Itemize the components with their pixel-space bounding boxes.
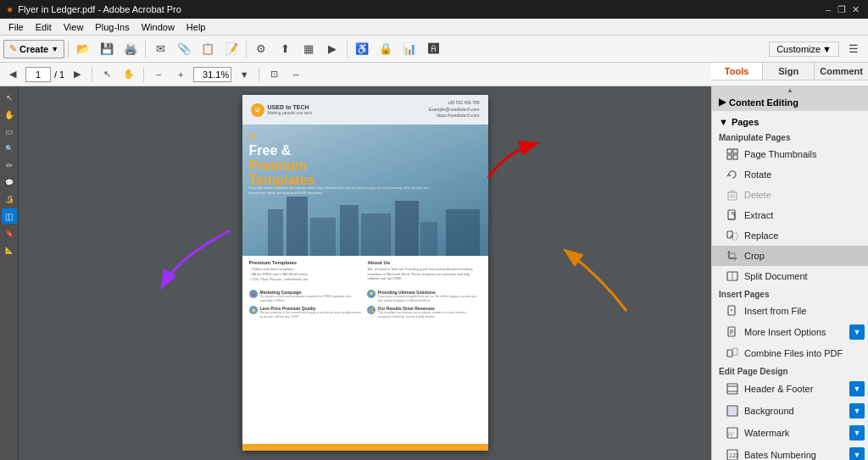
close-button[interactable]: ✕ <box>849 3 861 15</box>
left-icon-cursor[interactable]: ↖ <box>2 90 17 105</box>
zoom-in-btn[interactable]: + <box>171 65 190 84</box>
more-insert-expand-btn[interactable]: ▼ <box>849 324 865 340</box>
properties-button[interactable]: ☰ <box>843 38 865 60</box>
panel-item-watermark[interactable]: W Watermark ▼ <box>712 422 868 444</box>
customize-button[interactable]: Customize ▼ <box>769 42 839 57</box>
create-button[interactable]: ✎ Create ▼ <box>3 40 64 58</box>
export-button[interactable]: ⬆ <box>274 38 296 60</box>
menu-bar: File Edit View Plug-Ins Window Help <box>0 19 868 36</box>
email-button[interactable]: ✉ <box>149 38 171 60</box>
fit-page-btn[interactable]: ⊡ <box>264 65 283 84</box>
panel-item-split[interactable]: Split Document <box>712 266 868 286</box>
panel-item-extract[interactable]: Extract <box>712 205 868 225</box>
panel-item-header-footer[interactable]: Header & Footer ▼ <box>712 378 868 400</box>
redact-button[interactable]: ▦ <box>298 38 320 60</box>
menu-file[interactable]: File <box>3 20 29 34</box>
left-icon-hand[interactable]: ✋ <box>2 107 17 122</box>
save-button[interactable]: 💾 <box>96 38 118 60</box>
menu-window[interactable]: Window <box>136 20 180 34</box>
panel-item-crop[interactable]: Crop <box>712 246 868 266</box>
security-button[interactable]: 🔒 <box>375 38 397 60</box>
next-page-button[interactable]: ▶ <box>68 65 86 84</box>
panel-item-delete[interactable]: Delete <box>712 185 868 205</box>
panel-item-background[interactable]: Background ▼ <box>712 400 868 422</box>
left-icon-zoom[interactable]: 🔍 <box>2 141 17 156</box>
cursor-tool[interactable]: ↖ <box>97 65 116 84</box>
menu-view[interactable]: View <box>58 20 89 34</box>
panel-item-more-insert[interactable]: More Insert Options ▼ <box>712 321 868 343</box>
left-icon-bookmark[interactable]: 🔖 <box>2 225 17 241</box>
minimize-button[interactable]: – <box>822 3 834 15</box>
separator-3 <box>246 41 247 58</box>
attach-button[interactable]: 📎 <box>173 38 195 60</box>
tab-sign[interactable]: Sign <box>763 63 815 80</box>
app-icon: ● <box>7 3 13 15</box>
analyze-button[interactable]: 📊 <box>398 38 420 60</box>
pdf-item-1: Follow and share templates <box>249 267 363 271</box>
panel-item-header-footer-label: Header & Footer <box>744 384 813 394</box>
left-icon-select[interactable]: ▭ <box>2 124 17 139</box>
acrobat-button[interactable]: 🅰 <box>422 38 444 60</box>
forms-button[interactable]: 📝 <box>220 38 242 60</box>
svg-rect-5 <box>727 155 732 159</box>
pdf-feature-text-2: If you need a custom template then ask u… <box>378 295 481 302</box>
left-icon-measure[interactable]: 📐 <box>2 242 17 258</box>
bates-expand-btn[interactable]: ▼ <box>849 447 865 460</box>
panel-item-combine[interactable]: Combine Files into PDF <box>712 343 868 363</box>
review-button[interactable]: 📋 <box>197 38 219 60</box>
accessibility-button[interactable]: ♿ <box>351 38 373 60</box>
pdf-feature-2: 💡 Providing Ultimate Solutions If you ne… <box>367 290 481 302</box>
pdf-feature-icon-4: 💰 <box>367 306 376 314</box>
watermark-expand-btn[interactable]: ▼ <box>849 425 865 441</box>
header-footer-expand-btn[interactable]: ▼ <box>849 381 865 396</box>
menu-plugins[interactable]: Plug-Ins <box>90 20 134 34</box>
zoom-dropdown[interactable]: ▼ <box>235 65 253 84</box>
content-editing-header[interactable]: ▶ Content Editing <box>712 93 868 111</box>
background-expand-btn[interactable]: ▼ <box>849 403 865 418</box>
left-icon-layers[interactable]: ◫ <box>2 208 17 224</box>
zoom-input[interactable] <box>193 67 231 82</box>
panel-item-background-label: Background <box>744 406 794 416</box>
pdf-feature-1: 📣 Marketing Campaign You would not find … <box>249 290 364 302</box>
panel-item-thumbnails-label: Page Thumbnails <box>744 149 816 159</box>
insert-file-icon <box>726 304 739 318</box>
panel-item-delete-label: Delete <box>744 190 771 200</box>
tab-tools[interactable]: Tools <box>711 63 763 80</box>
print-button[interactable]: 🖨️ <box>120 38 142 60</box>
restore-button[interactable]: ❐ <box>836 3 848 15</box>
window-title: Flyer in Ledger.pdf - Adobe Acrobat Pro <box>18 4 181 14</box>
separator-4 <box>347 41 348 58</box>
panel-scroll-up[interactable]: ▲ <box>712 86 868 93</box>
left-icon-stamp[interactable]: 🔏 <box>2 191 17 207</box>
hand-tool[interactable]: ✋ <box>120 65 138 84</box>
pages-header[interactable]: ▼ Pages <box>712 114 868 130</box>
pdf-section2-title: About Us <box>368 260 481 265</box>
page-number-input[interactable] <box>25 67 51 82</box>
pdf-feature-icon-2: 💡 <box>367 290 376 298</box>
pdf-item-2: All are FREE and in MS Word format <box>249 272 363 276</box>
open-button[interactable]: 📂 <box>72 38 94 60</box>
pages-subsection: ▼ Pages Manipulate Pages Page Thumbnails… <box>712 111 868 460</box>
panel-item-crop-label: Crop <box>744 251 765 261</box>
run-button[interactable]: ▶ <box>321 38 343 60</box>
panel-item-bates[interactable]: 123 Bates Numbering ▼ <box>712 444 868 460</box>
panel-item-rotate-label: Rotate <box>744 169 771 180</box>
pdf-feature-text-4: This template has dummy text on places; … <box>378 311 481 319</box>
panel-item-replace[interactable]: Replace <box>712 225 868 246</box>
panel-item-combine-label: Combine Files into PDF <box>744 348 843 358</box>
menu-edit[interactable]: Edit <box>31 20 57 34</box>
prev-page-button[interactable]: ◀ <box>3 65 22 84</box>
panel-item-thumbnails[interactable]: Page Thumbnails <box>712 144 868 164</box>
rotate-icon <box>726 168 739 181</box>
settings-button[interactable]: ⚙ <box>250 38 272 60</box>
fit-width-btn[interactable]: ↔ <box>287 65 305 84</box>
nav-separator-3 <box>259 67 259 82</box>
menu-help[interactable]: Help <box>181 20 211 34</box>
panel-item-insert-file[interactable]: Insert from File <box>712 301 868 321</box>
zoom-out-btn[interactable]: − <box>149 65 168 84</box>
left-icon-comment[interactable]: 💬 <box>2 175 17 190</box>
left-icon-edit[interactable]: ✏ <box>2 158 17 173</box>
panel-item-rotate[interactable]: Rotate <box>712 164 868 185</box>
separator-1 <box>68 41 69 58</box>
tab-comment[interactable]: Comment <box>815 63 868 80</box>
